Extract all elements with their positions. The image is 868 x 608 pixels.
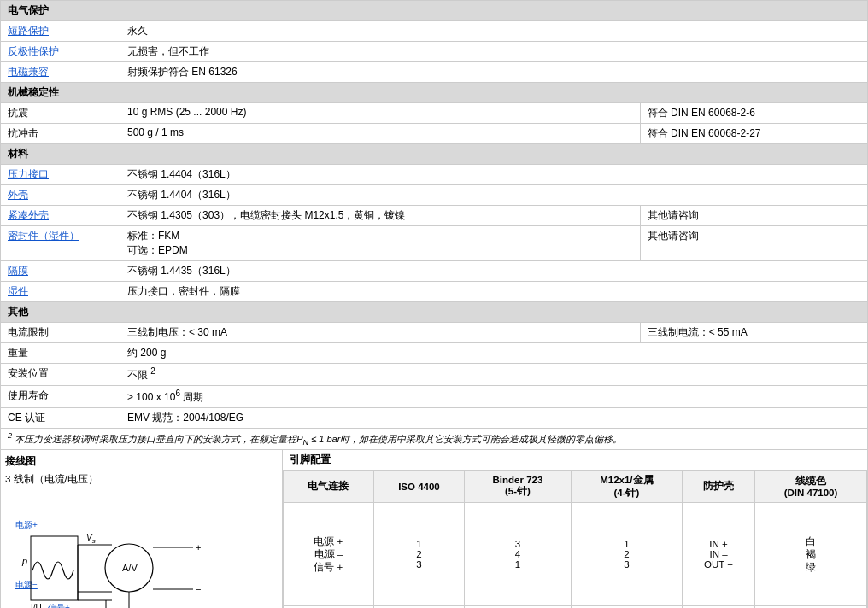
weight-label: 重量	[1, 343, 120, 364]
weight-value: 约 200 g	[120, 343, 868, 364]
polarity-label[interactable]: 反极性保护	[1, 42, 120, 62]
electrical-protection-header: 电气保护	[1, 1, 868, 21]
service-life-label: 使用寿命	[1, 386, 120, 408]
compact-housing-label[interactable]: 紧凑外壳	[1, 206, 120, 226]
spec-table: 电气保护 短路保护 永久 反极性保护 无损害，但不工作 电磁兼容 射频保护符合 …	[0, 0, 868, 450]
svg-text:电源−: 电源−	[15, 580, 38, 589]
wet-parts-label[interactable]: 湿件	[1, 282, 120, 302]
compact-housing-value: 不锈钢 1.4305（303），电缆密封接头 M12x1.5，黄铜，镀镍	[120, 206, 641, 226]
housing-value: 不锈钢 1.4404（316L）	[120, 185, 868, 206]
housing-label[interactable]: 外壳	[1, 185, 120, 206]
pin-table: 电气连接 ISO 4400 Binder 723(5-针) M12x1/金属(4…	[283, 471, 867, 608]
col-header-binder: Binder 723(5-针)	[465, 471, 571, 502]
current-limit-value: 三线制电压：< 30 mA	[120, 323, 641, 343]
pin-row-1: 电源 +电源 –信号 + 123 341 123 IN +IN –OUT + 白…	[284, 502, 867, 606]
pressure-port-label[interactable]: 压力接口	[1, 165, 120, 185]
shock-value: 500 g / 1 ms	[120, 124, 641, 144]
diaphragm-value: 不锈钢 1.4435（316L）	[120, 261, 868, 282]
pin-config-section: 引脚配置 电气连接 ISO 4400 Binder 723(5-针) M12x1…	[283, 450, 867, 608]
col-header-m12: M12x1/金属(4-针)	[571, 471, 683, 502]
wiring-title: 接线图	[5, 454, 278, 469]
wiring-diagram: 接线图 3 线制（电流/电压） 电源+ 电源− 信号+ p I/U 信号+	[1, 450, 283, 608]
wiring-svg: 电源+ 电源− 信号+ p I/U 信号+ A/V	[14, 489, 270, 608]
col-header-iso: ISO 4400	[373, 471, 465, 502]
pressure-port-value: 不锈钢 1.4404（316L）	[120, 165, 868, 185]
wiring-subtitle: 3 线制（电流/电压）	[5, 473, 278, 486]
svg-text:A/V: A/V	[122, 563, 138, 573]
emc-value: 射频保护符合 EN 61326	[120, 62, 868, 83]
other-header: 其他	[1, 302, 868, 323]
service-life-value: > 100 x 106 周期	[120, 386, 868, 408]
materials-header: 材料	[1, 144, 868, 165]
svg-text:+: +	[196, 542, 201, 552]
current-limit-extra: 三线制电流：< 55 mA	[640, 323, 867, 343]
shock-label: 抗冲击	[1, 124, 120, 144]
note-text: 2 本压力变送器校调时采取压力接口垂直向下的安装方式，在额定量程PN ≤ 1 b…	[1, 429, 868, 450]
col-header-electrical: 电气连接	[284, 471, 374, 502]
pin-row1-label: 电源 +电源 –信号 +	[284, 502, 374, 606]
seal-value: 标准：FKM 可选：EPDM	[120, 226, 641, 261]
vibration-extra: 符合 DIN EN 60068-2-6	[640, 103, 867, 124]
wet-parts-value: 压力接口，密封件，隔膜	[120, 282, 868, 302]
install-pos-value: 不限 2	[120, 364, 868, 386]
short-circuit-label[interactable]: 短路保护	[1, 21, 120, 42]
col-header-protection: 防护壳	[683, 471, 755, 502]
svg-text:Vs: Vs	[86, 533, 96, 545]
pin-row1-m12: 123	[571, 502, 683, 606]
compact-housing-extra: 其他请咨询	[640, 206, 867, 226]
ce-cert-label: CE 认证	[1, 408, 120, 429]
shock-extra: 符合 DIN EN 60068-2-27	[640, 124, 867, 144]
ce-cert-value: EMV 规范：2004/108/EG	[120, 408, 868, 429]
svg-text:p: p	[21, 556, 27, 566]
svg-text:I/U: I/U	[31, 603, 42, 608]
emc-label[interactable]: 电磁兼容	[1, 62, 120, 83]
pin-config-title: 引脚配置	[283, 450, 867, 471]
install-pos-label: 安装位置	[1, 364, 120, 386]
svg-rect-4	[31, 536, 78, 600]
svg-text:信号+: 信号+	[48, 603, 70, 608]
short-circuit-value: 永久	[120, 21, 868, 42]
seal-extra: 其他请咨询	[640, 226, 867, 261]
pin-row1-protection: IN +IN –OUT +	[683, 502, 755, 606]
polarity-value: 无损害，但不工作	[120, 42, 868, 62]
svg-text:电源+: 电源+	[15, 520, 38, 529]
pin-row1-color: 白褐绿	[754, 502, 866, 606]
current-limit-label: 电流限制	[1, 323, 120, 343]
pin-row1-iso: 123	[373, 502, 465, 606]
svg-text:−: −	[196, 584, 201, 594]
vibration-value: 10 g RMS (25 ... 2000 Hz)	[120, 103, 641, 124]
mechanical-stability-header: 机械稳定性	[1, 83, 868, 103]
diaphragm-label[interactable]: 隔膜	[1, 261, 120, 282]
pin-row1-binder: 341	[465, 502, 571, 606]
vibration-label: 抗震	[1, 103, 120, 124]
col-header-cable: 线缆色(DIN 47100)	[754, 471, 866, 502]
seal-label[interactable]: 密封件（湿件）	[1, 226, 120, 261]
bottom-section: 接线图 3 线制（电流/电压） 电源+ 电源− 信号+ p I/U 信号+	[0, 450, 868, 608]
